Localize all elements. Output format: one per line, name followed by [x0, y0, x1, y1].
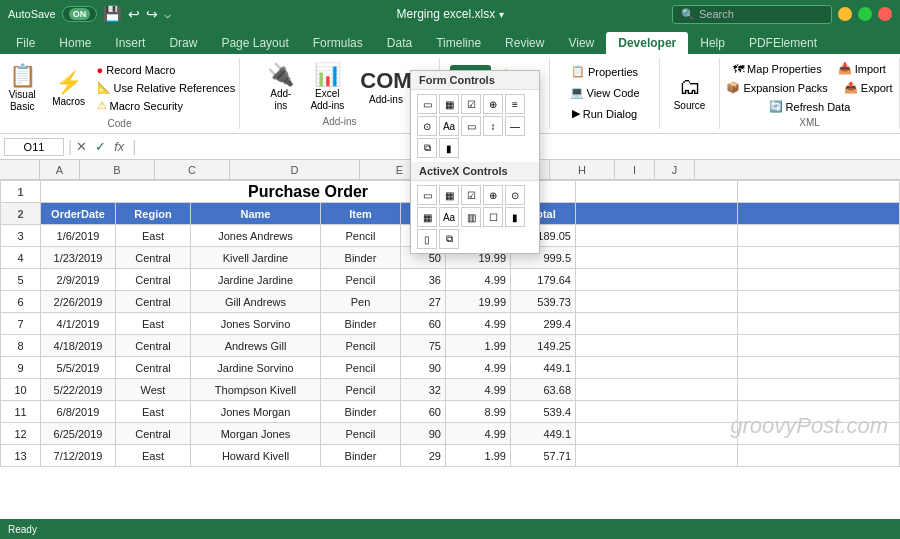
cell-e5[interactable]: Pencil — [321, 269, 401, 291]
cell-b6[interactable]: 2/26/2019 — [41, 291, 116, 313]
form-ctrl-button[interactable]: ▭ — [417, 94, 437, 114]
tab-developer[interactable]: Developer — [606, 32, 688, 54]
cell-reference[interactable] — [4, 138, 64, 156]
form-ctrl-option[interactable]: ⊙ — [417, 116, 437, 136]
tab-review[interactable]: Review — [493, 32, 556, 54]
dropdown-arrow[interactable]: ▾ — [499, 9, 504, 20]
cell-f5[interactable]: 36 — [401, 269, 446, 291]
cell-c6[interactable]: Central — [116, 291, 191, 313]
excel-addins-button[interactable]: 📊 ExcelAdd-ins — [304, 60, 350, 114]
activex-ctrl-3[interactable]: ☑ — [461, 185, 481, 205]
cell-d3[interactable]: Jones Andrews — [191, 225, 321, 247]
com-addins-button[interactable]: COM Add-ins — [354, 66, 417, 108]
cell-e7[interactable]: Binder — [321, 313, 401, 335]
cell-e8[interactable]: Pencil — [321, 335, 401, 357]
form-ctrl-scroll[interactable]: ↕ — [483, 116, 503, 136]
cell-c5[interactable]: Central — [116, 269, 191, 291]
redo-icon[interactable]: ↪ — [146, 6, 158, 22]
activex-ctrl-1[interactable]: ▭ — [417, 185, 437, 205]
macros-button[interactable]: ⚡ Macros — [49, 67, 89, 110]
activex-ctrl-5[interactable]: ⊙ — [505, 185, 525, 205]
cell-b12[interactable]: 6/25/2019 — [41, 423, 116, 445]
cell-e6[interactable]: Pen — [321, 291, 401, 313]
save-icon[interactable]: 💾 — [103, 5, 122, 23]
cell-f6[interactable]: 27 — [401, 291, 446, 313]
tab-formulas[interactable]: Formulas — [301, 32, 375, 54]
form-ctrl-check[interactable]: ☑ — [461, 94, 481, 114]
cell-d7[interactable]: Jones Sorvino — [191, 313, 321, 335]
cell-b9[interactable]: 5/5/2019 — [41, 357, 116, 379]
cell-b7[interactable]: 4/1/2019 — [41, 313, 116, 335]
cell-e12[interactable]: Pencil — [321, 423, 401, 445]
tab-help[interactable]: Help — [688, 32, 737, 54]
search-box[interactable]: 🔍 Search — [672, 5, 832, 24]
cell-b11[interactable]: 6/8/2019 — [41, 401, 116, 423]
close-button[interactable] — [878, 7, 892, 21]
activex-ctrl-6[interactable]: ▦ — [417, 207, 437, 227]
macro-security-button[interactable]: ⚠ Macro Security — [93, 97, 240, 114]
cell-e10[interactable]: Pencil — [321, 379, 401, 401]
tab-draw[interactable]: Draw — [157, 32, 209, 54]
activex-ctrl-9[interactable]: ☐ — [483, 207, 503, 227]
cell-g6[interactable]: 19.99 — [446, 291, 511, 313]
cell-c3[interactable]: East — [116, 225, 191, 247]
cell-h12[interactable]: 449.1 — [511, 423, 576, 445]
activex-ctrl-8[interactable]: ▥ — [461, 207, 481, 227]
form-ctrl-extra1[interactable]: ⧉ — [417, 138, 437, 158]
visual-basic-button[interactable]: 📋 Visual Basic — [0, 60, 45, 116]
minimize-button[interactable] — [838, 7, 852, 21]
cell-c12[interactable]: Central — [116, 423, 191, 445]
cell-c8[interactable]: Central — [116, 335, 191, 357]
cell-c4[interactable]: Central — [116, 247, 191, 269]
cell-c11[interactable]: East — [116, 401, 191, 423]
run-dialog-button[interactable]: ▶ Run Dialog — [568, 105, 641, 122]
cancel-formula-icon[interactable]: ✕ — [76, 139, 87, 154]
cell-h5[interactable]: 179.64 — [511, 269, 576, 291]
cell-g13[interactable]: 1.99 — [446, 445, 511, 467]
cell-d5[interactable]: Jardine Jardine — [191, 269, 321, 291]
cell-d13[interactable]: Howard Kivell — [191, 445, 321, 467]
cell-b5[interactable]: 2/9/2019 — [41, 269, 116, 291]
tab-data[interactable]: Data — [375, 32, 424, 54]
form-ctrl-spin[interactable]: ⊕ — [483, 94, 503, 114]
cell-g9[interactable]: 4.99 — [446, 357, 511, 379]
cell-h7[interactable]: 299.4 — [511, 313, 576, 335]
form-ctrl-list[interactable]: ≡ — [505, 94, 525, 114]
cell-f11[interactable]: 60 — [401, 401, 446, 423]
properties-button[interactable]: 📋 Properties — [567, 63, 642, 80]
activex-ctrl-4[interactable]: ⊕ — [483, 185, 503, 205]
source-button[interactable]: 🗂 Source — [668, 71, 712, 114]
cell-c13[interactable]: East — [116, 445, 191, 467]
cell-g7[interactable]: 4.99 — [446, 313, 511, 335]
tab-view[interactable]: View — [556, 32, 606, 54]
cell-b3[interactable]: 1/6/2019 — [41, 225, 116, 247]
tab-home[interactable]: Home — [47, 32, 103, 54]
cell-d6[interactable]: Gill Andrews — [191, 291, 321, 313]
cell-g12[interactable]: 4.99 — [446, 423, 511, 445]
activex-ctrl-10[interactable]: ▮ — [505, 207, 525, 227]
view-code-button[interactable]: 💻 View Code — [566, 84, 644, 101]
cell-b4[interactable]: 1/23/2019 — [41, 247, 116, 269]
import-button[interactable]: 📥 Import — [834, 60, 890, 77]
map-properties-button[interactable]: 🗺 Map Properties — [729, 60, 826, 77]
cell-b10[interactable]: 5/22/2019 — [41, 379, 116, 401]
cell-g11[interactable]: 8.99 — [446, 401, 511, 423]
cell-c10[interactable]: West — [116, 379, 191, 401]
cell-d11[interactable]: Jones Morgan — [191, 401, 321, 423]
cell-g8[interactable]: 1.99 — [446, 335, 511, 357]
cell-f13[interactable]: 29 — [401, 445, 446, 467]
form-ctrl-combo[interactable]: ▦ — [439, 94, 459, 114]
tab-file[interactable]: File — [4, 32, 47, 54]
cell-d8[interactable]: Andrews Gill — [191, 335, 321, 357]
cell-d9[interactable]: Jardine Sorvino — [191, 357, 321, 379]
form-ctrl-group[interactable]: ▭ — [461, 116, 481, 136]
insert-function-icon[interactable]: fx — [114, 139, 124, 154]
customize-icon[interactable]: ⌵ — [164, 7, 171, 21]
cell-h13[interactable]: 57.71 — [511, 445, 576, 467]
cell-f9[interactable]: 90 — [401, 357, 446, 379]
form-ctrl-extra2[interactable]: ▮ — [439, 138, 459, 158]
activex-ctrl-2[interactable]: ▦ — [439, 185, 459, 205]
cell-f12[interactable]: 90 — [401, 423, 446, 445]
cell-e3[interactable]: Pencil — [321, 225, 401, 247]
activex-ctrl-12[interactable]: ⧉ — [439, 229, 459, 249]
